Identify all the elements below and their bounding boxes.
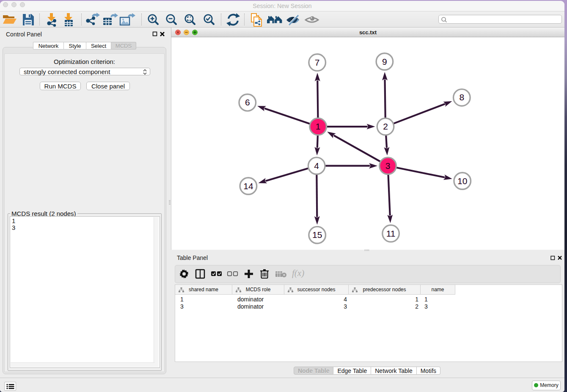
svg-text:8: 8	[459, 92, 464, 102]
svg-text:4: 4	[314, 161, 319, 171]
svg-text:1: 1	[316, 121, 321, 131]
svg-text:10: 10	[457, 176, 467, 186]
svg-text:11: 11	[386, 229, 396, 238]
svg-text:14: 14	[243, 181, 253, 191]
svg-text:6: 6	[245, 97, 250, 107]
svg-text:9: 9	[382, 57, 387, 66]
svg-text:2: 2	[383, 121, 388, 131]
svg-text:15: 15	[312, 230, 322, 240]
svg-text:3: 3	[385, 161, 391, 171]
svg-text:7: 7	[315, 58, 320, 67]
